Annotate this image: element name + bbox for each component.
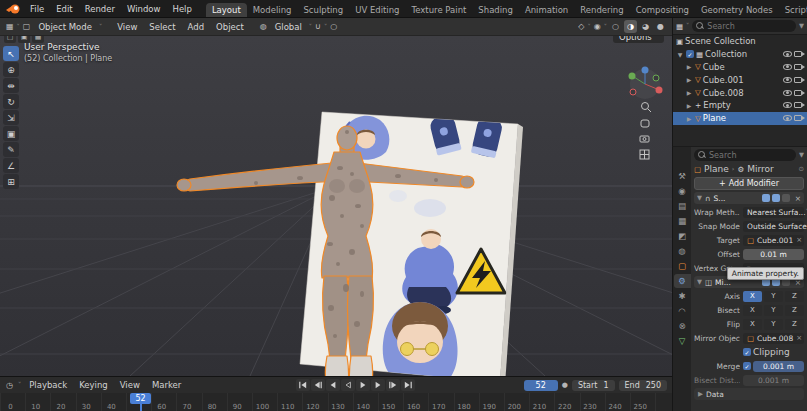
3d-scene[interactable] bbox=[0, 36, 672, 376]
workspace-tab-modeling[interactable]: Modeling bbox=[247, 3, 298, 18]
menu-view[interactable]: View bbox=[116, 380, 144, 390]
collapse-icon[interactable]: ▼ bbox=[697, 194, 702, 202]
add-modifier-button[interactable]: + Add Modifier bbox=[694, 177, 804, 190]
render-camera-icon[interactable] bbox=[794, 90, 802, 96]
tab-tool[interactable]: ⚒ bbox=[674, 169, 691, 183]
visibility-eye-icon[interactable] bbox=[783, 115, 792, 121]
play-reverse-button[interactable] bbox=[341, 379, 355, 391]
outliner-row-empty[interactable]: ▶ + Empty bbox=[673, 99, 807, 112]
visibility-eye-icon[interactable] bbox=[783, 77, 792, 83]
expand-icon[interactable]: ▶ bbox=[685, 102, 693, 109]
tab-object-data[interactable]: ▽ bbox=[674, 334, 691, 348]
gizmo-toggle-icon[interactable]: ◇ bbox=[577, 22, 585, 31]
next-frame-button[interactable] bbox=[371, 379, 385, 391]
tool-transform[interactable]: ▣ bbox=[3, 126, 19, 141]
clear-target-icon[interactable]: × bbox=[796, 236, 802, 244]
modifier-name[interactable]: S... bbox=[714, 194, 726, 203]
tool-cursor[interactable]: ⊕ bbox=[3, 62, 19, 77]
properties-filter-icon[interactable]: ▼ bbox=[799, 151, 804, 159]
outliner-row-cube[interactable]: ▶ ▽ Cube bbox=[673, 61, 807, 74]
expand-icon[interactable]: ▼ bbox=[676, 51, 684, 58]
shading-rendered-icon[interactable]: ● bbox=[654, 20, 667, 33]
data-subpanel-header[interactable]: ▶ Data bbox=[694, 388, 804, 400]
toggle-realtime-icon[interactable] bbox=[772, 194, 780, 202]
merge-checkbox[interactable]: ✓ bbox=[743, 362, 751, 370]
offset-field[interactable]: 0.01 m bbox=[743, 249, 804, 260]
tab-render[interactable]: ◉ bbox=[674, 184, 691, 198]
menu-window[interactable]: Window bbox=[121, 3, 167, 15]
workspace-tab-texture-paint[interactable]: Texture Paint bbox=[406, 3, 473, 18]
previous-frame-button[interactable] bbox=[326, 379, 340, 391]
tool-rotate[interactable]: ↻ bbox=[3, 94, 19, 109]
breadcrumb-object[interactable]: Plane bbox=[704, 164, 729, 174]
outliner-row-collection[interactable]: ▼ ✓ ▦ Collection bbox=[673, 48, 807, 61]
workspace-tab-uv-editing[interactable]: UV Editing bbox=[349, 3, 405, 18]
expand-icon[interactable]: ▶ bbox=[685, 76, 693, 83]
delete-modifier-icon[interactable]: × bbox=[795, 194, 801, 203]
workspace-tab-layout[interactable]: Layout bbox=[206, 3, 247, 18]
bisect-y-button[interactable]: Y bbox=[764, 305, 783, 316]
toggle-render-icon[interactable] bbox=[782, 194, 790, 202]
breadcrumb-modifier[interactable]: Mirror bbox=[747, 164, 774, 174]
clipping-checkbox[interactable]: ✓ bbox=[743, 348, 751, 356]
flip-x-button[interactable]: X bbox=[743, 319, 762, 330]
flip-y-button[interactable]: Y bbox=[764, 319, 783, 330]
timeline-ruler[interactable]: 0102030406070809010011012013014015016017… bbox=[0, 393, 672, 411]
render-camera-icon[interactable] bbox=[794, 64, 802, 70]
mirror-object-field[interactable]: ▢ Cube.008 × bbox=[743, 333, 804, 344]
visibility-eye-icon[interactable] bbox=[783, 51, 792, 57]
outliner-row-plane[interactable]: ▶ ▽ Plane bbox=[673, 112, 807, 125]
blender-logo-icon[interactable] bbox=[5, 3, 21, 15]
jump-to-next-keyframe-button[interactable] bbox=[386, 379, 400, 391]
outliner-editor-icon[interactable]: ▦ bbox=[676, 22, 683, 31]
flip-z-button[interactable]: Z bbox=[785, 319, 804, 330]
workspace-tab-compositing[interactable]: Compositing bbox=[630, 3, 695, 18]
menu-render[interactable]: Render bbox=[79, 3, 121, 15]
workspace-tab-rendering[interactable]: Rendering bbox=[574, 3, 629, 18]
render-camera-icon[interactable] bbox=[794, 115, 802, 121]
menu-edit[interactable]: Edit bbox=[50, 3, 78, 15]
visibility-eye-icon[interactable] bbox=[783, 64, 792, 70]
end-frame-field[interactable]: End 250 bbox=[619, 380, 667, 391]
outliner-search-input[interactable] bbox=[707, 22, 792, 31]
axis-z-button[interactable]: Z bbox=[785, 291, 804, 302]
tool-add-cube[interactable]: ⊞ bbox=[3, 174, 19, 189]
tab-output[interactable]: ▤ bbox=[674, 199, 691, 213]
tab-scene[interactable]: ◩ bbox=[674, 229, 691, 243]
jump-to-start-button[interactable] bbox=[296, 379, 310, 391]
tab-view-layer[interactable]: ▦ bbox=[674, 214, 691, 228]
outliner-search[interactable] bbox=[692, 20, 796, 32]
bisect-x-button[interactable]: X bbox=[743, 305, 762, 316]
menu-keying[interactable]: Keying bbox=[75, 380, 112, 390]
workspace-tab-scripting[interactable]: Scripting bbox=[779, 3, 807, 18]
tab-physics[interactable]: ◠ bbox=[674, 304, 691, 318]
current-frame-field[interactable]: 52 bbox=[524, 380, 558, 391]
tab-modifiers[interactable]: ⚙ bbox=[674, 274, 691, 288]
viewport-menu-view[interactable]: View bbox=[112, 21, 142, 33]
tab-particles[interactable]: ✱ bbox=[674, 289, 691, 303]
tool-scale[interactable]: ⇲ bbox=[3, 110, 19, 125]
clear-mirror-object-icon[interactable]: × bbox=[796, 334, 802, 342]
render-camera-icon[interactable] bbox=[794, 77, 802, 83]
menu-help[interactable]: Help bbox=[166, 3, 197, 15]
tool-move[interactable]: ⇹ bbox=[3, 78, 19, 93]
tab-world[interactable]: ◍ bbox=[674, 244, 691, 258]
workspace-tab-shading[interactable]: Shading bbox=[472, 3, 519, 18]
menu-file[interactable]: File bbox=[24, 3, 50, 15]
outliner-row-cube-008[interactable]: ▶ ▽ Cube.008 bbox=[673, 86, 807, 99]
tab-constraints[interactable]: ⊗ bbox=[674, 319, 691, 333]
shading-solid-icon[interactable]: ◑ bbox=[624, 20, 637, 33]
menu-playback[interactable]: Playback bbox=[25, 380, 71, 390]
expand-icon[interactable]: ▶ bbox=[685, 63, 693, 70]
axis-x-button[interactable]: X bbox=[743, 291, 762, 302]
properties-search[interactable] bbox=[694, 149, 796, 161]
outliner-row-cube-001[interactable]: ▶ ▽ Cube.001 bbox=[673, 73, 807, 86]
viewport-menu-add[interactable]: Add bbox=[183, 21, 209, 33]
render-camera-icon[interactable] bbox=[794, 51, 802, 57]
bisect-distance-field[interactable]: 0.001 m bbox=[743, 375, 804, 386]
expand-icon[interactable]: ▶ bbox=[685, 89, 693, 96]
visibility-eye-icon[interactable] bbox=[783, 90, 792, 96]
bisect-z-button[interactable]: Z bbox=[785, 305, 804, 316]
expand-icon[interactable]: ▶ bbox=[685, 115, 693, 122]
proportional-editing-icon[interactable]: ○ bbox=[329, 22, 338, 31]
